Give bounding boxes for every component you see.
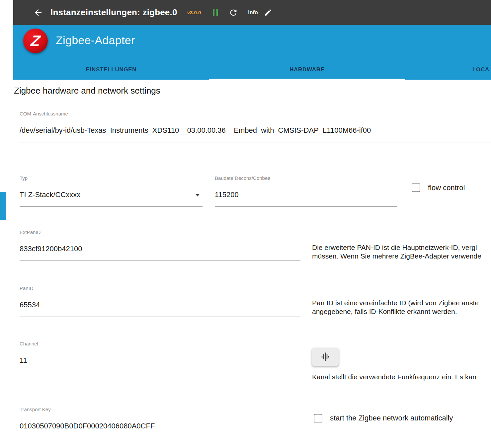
flow-control-label: flow control	[428, 184, 465, 192]
page-title: Instanzeinstellungen: zigbee.0	[50, 7, 177, 18]
adapter-header: Z Zigbee-Adapter EINSTELLUNGEN HARDWARE …	[13, 25, 491, 80]
arrow-back-icon	[33, 8, 43, 18]
active-tab-indicator	[209, 79, 405, 80]
pause-icon	[213, 9, 214, 16]
channel-label: Channel	[20, 341, 300, 347]
zigbee-logo-icon: Z	[23, 29, 48, 53]
left-accent-strip	[0, 192, 6, 220]
input-underline	[20, 317, 300, 317]
pause-instance-button[interactable]	[213, 9, 218, 16]
input-underline	[20, 372, 300, 372]
help-line: Die erweiterte PAN-ID ist die Hauptnetzw…	[312, 243, 491, 252]
transport-key-input[interactable]: 01030507090B0D0F00020406080A0CFF	[20, 422, 300, 430]
type-label: Typ	[20, 175, 203, 181]
help-line: angegebene, falls ID-Konflikte erkannt w…	[312, 307, 491, 316]
channel-help-text: Kanal stellt die verwendete Funkfrequenz…	[312, 373, 491, 381]
auto-start-row[interactable]: start the Zigbee network automatically	[314, 414, 453, 422]
input-underline	[20, 206, 203, 207]
tab-bar: EINSTELLUNGEN HARDWARE LOCA	[13, 60, 491, 80]
section-heading: Zigbee hardware and network settings	[14, 86, 160, 96]
edit-button[interactable]	[264, 8, 272, 17]
auto-start-label: start the Zigbee network automatically	[330, 414, 453, 422]
help-line: Kanal stellt die verwendete Funkfrequenz…	[312, 373, 491, 381]
help-line: müssen. Wenn Sie mehrere ZigBee-Adapter …	[312, 252, 491, 261]
baudrate-input[interactable]: 115200	[215, 190, 397, 199]
instance-settings-page: Instanzeinstellungen: zigbee.0 v3.0.0 in…	[0, 0, 491, 448]
input-underline	[215, 206, 397, 207]
extpanid-field: ExtPanID 833cf91200b42100	[20, 229, 300, 261]
panid-field: PanID 65534	[20, 285, 300, 317]
graphic-eq-icon	[320, 352, 330, 362]
flow-control-checkbox[interactable]	[412, 184, 420, 192]
input-underline	[20, 261, 300, 261]
extpanid-input[interactable]: 833cf91200b42100	[20, 245, 300, 253]
restart-instance-button[interactable]	[229, 8, 238, 17]
help-line: Pan ID ist eine vereinfachte ID (wird vo…	[312, 299, 491, 307]
com-port-field: COM-Anschlussname /dev/serial/by-id/usb-…	[20, 111, 491, 142]
channel-scan-button[interactable]	[312, 348, 339, 366]
panid-input[interactable]: 65534	[20, 301, 300, 309]
pause-icon	[216, 9, 218, 16]
extpanid-label: ExtPanID	[20, 229, 300, 235]
baudrate-field: Baudate Deconz/Conbee 115200	[215, 175, 397, 207]
refresh-icon	[229, 8, 238, 17]
logo-letter: Z	[30, 33, 41, 48]
topbar: Instanzeinstellungen: zigbee.0 v3.0.0 in…	[13, 0, 491, 25]
channel-input[interactable]: 11	[20, 356, 300, 365]
adapter-title: Zigbee-Adapter	[56, 34, 135, 47]
tab-local[interactable]: LOCA	[405, 60, 491, 80]
input-underline	[20, 438, 300, 438]
panid-label: PanID	[20, 285, 300, 291]
transport-key-label: Transport Key	[20, 407, 300, 412]
version-badge: v3.0.0	[187, 10, 201, 15]
transport-key-field: Transport Key 01030507090B0D0F0002040608…	[20, 407, 300, 438]
com-port-label: COM-Anschlussname	[20, 111, 491, 117]
back-button[interactable]	[33, 7, 44, 18]
com-port-input[interactable]: /dev/serial/by-id/usb-Texas_Instruments_…	[20, 126, 491, 135]
type-select[interactable]: TI Z-Stack/CCxxxx	[20, 190, 203, 199]
baudrate-label: Baudate Deconz/Conbee	[215, 175, 397, 181]
pencil-icon	[264, 8, 272, 17]
tab-hardware[interactable]: HARDWARE	[209, 60, 405, 80]
extpanid-help-text: Die erweiterte PAN-ID ist die Hauptnetzw…	[312, 243, 491, 261]
auto-start-checkbox[interactable]	[314, 414, 322, 422]
flow-control-row[interactable]: flow control	[412, 184, 465, 192]
caret-down-icon[interactable]	[195, 194, 200, 196]
channel-field: Channel 11	[20, 341, 300, 372]
panid-help-text: Pan ID ist eine vereinfachte ID (wird vo…	[312, 299, 491, 316]
input-underline	[20, 142, 491, 142]
tab-einstellungen[interactable]: EINSTELLUNGEN	[13, 60, 209, 80]
info-link[interactable]: info	[248, 10, 258, 16]
type-field: Typ TI Z-Stack/CCxxxx	[20, 175, 203, 207]
